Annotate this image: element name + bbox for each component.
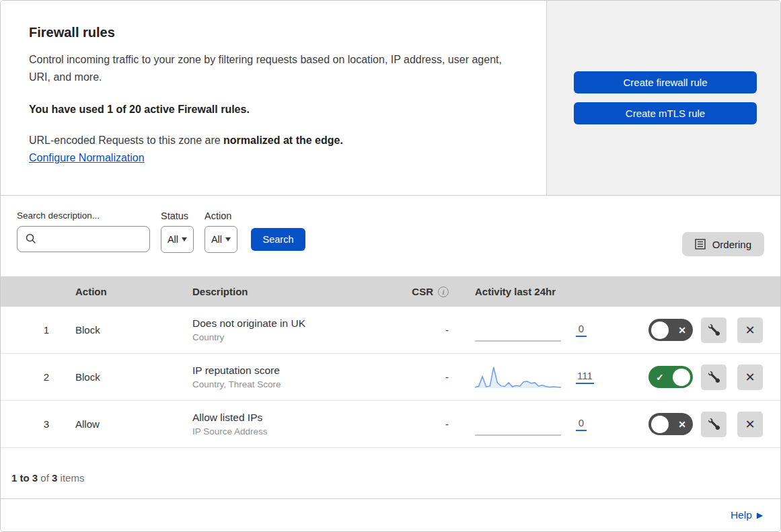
rule-action: Block <box>65 371 192 383</box>
rule-description-cell: Does not originate in UK Country <box>192 317 404 342</box>
rule-fields: Country <box>192 332 404 342</box>
rule-priority: 2 <box>1 371 65 383</box>
rule-activity-cell: 111 <box>451 364 613 391</box>
items-label: items <box>57 472 84 484</box>
toggle-knob <box>651 321 669 339</box>
close-icon: ✕ <box>745 417 755 432</box>
ordering-button[interactable]: Ordering <box>682 232 764 256</box>
chevron-down-icon <box>182 237 187 241</box>
status-select[interactable]: All <box>161 226 194 253</box>
csr-header-label: CSR <box>412 286 433 297</box>
action-select-value: All <box>211 234 222 245</box>
table-row: 1 Block Does not originate in UK Country… <box>1 307 780 354</box>
activity-count-link[interactable]: 111 <box>576 370 594 384</box>
ordering-button-label: Ordering <box>712 239 751 250</box>
csr-column-header: CSR i <box>404 286 451 297</box>
page-title: Firewall rules <box>29 25 518 40</box>
rule-activity-cell: 0 <box>451 317 613 344</box>
create-firewall-rule-button[interactable]: Create firewall rule <box>574 71 757 93</box>
rule-action: Allow <box>65 418 192 430</box>
x-icon: ✕ <box>678 325 686 336</box>
wrench-icon <box>708 418 720 430</box>
close-icon: ✕ <box>745 323 755 338</box>
firewall-rules-table: Action Description CSR i Activity last 2… <box>1 276 780 448</box>
action-filter-group: Action All <box>204 211 237 253</box>
rule-fields: IP Source Address <box>192 426 404 436</box>
close-icon: ✕ <box>745 370 755 385</box>
normalization-bold-text: normalized at the edge. <box>223 135 343 146</box>
edit-rule-button[interactable] <box>701 412 727 437</box>
firewall-rules-page: Firewall rules Control incoming traffic … <box>0 0 781 532</box>
items-range: 1 to 3 <box>11 472 38 484</box>
status-filter-group: Status All <box>161 211 194 253</box>
rule-priority: 1 <box>1 324 65 336</box>
search-button[interactable]: Search <box>251 228 305 251</box>
toggle-knob <box>673 369 690 386</box>
rule-description-cell: Allow listed IPs IP Source Address <box>192 412 404 436</box>
arrow-right-icon: ▶ <box>757 510 763 520</box>
search-input[interactable] <box>17 226 150 252</box>
rule-controls: ✓ ✕ ✕ <box>613 412 780 437</box>
search-icon <box>26 233 36 244</box>
activity-sparkline <box>475 411 561 438</box>
pagination-summary: 1 to 3 of 3 items <box>1 448 780 499</box>
rule-activity-cell: 0 <box>451 411 613 438</box>
normalization-text: URL-encoded Requests to this zone are <box>29 135 223 146</box>
actions-panel: Create firewall rule Create mTLS rule <box>547 1 781 196</box>
filter-bar: Search description... Status All Action … <box>1 196 780 276</box>
wrench-icon <box>708 371 720 383</box>
top-section: Firewall rules Control incoming traffic … <box>1 1 780 196</box>
rule-description: Allow listed IPs <box>192 412 404 424</box>
activity-count-link[interactable]: 0 <box>576 417 587 431</box>
configure-normalization-link[interactable]: Configure Normalization <box>29 152 145 164</box>
check-icon: ✓ <box>656 372 664 383</box>
edit-rule-button[interactable] <box>701 365 727 390</box>
rule-enabled-toggle[interactable]: ✓ ✕ <box>648 319 693 341</box>
table-row: 2 Block IP reputation score Country, Thr… <box>1 354 780 401</box>
help-link-label: Help <box>731 509 752 521</box>
status-select-value: All <box>168 234 178 245</box>
rule-action: Block <box>65 324 192 336</box>
action-label: Action <box>204 211 237 221</box>
rule-csr: - <box>404 418 451 430</box>
toggle-knob <box>651 416 669 433</box>
delete-rule-button[interactable]: ✕ <box>737 412 763 437</box>
rule-controls: ✓ ✕ ✕ <box>613 365 780 390</box>
rule-controls: ✓ ✕ ✕ <box>613 317 780 343</box>
ordering-list-icon <box>695 239 706 250</box>
rule-enabled-toggle[interactable]: ✓ ✕ <box>648 366 693 388</box>
rule-csr: - <box>404 324 451 336</box>
activity-sparkline <box>475 364 561 391</box>
help-bar: Help ▶ <box>1 499 780 531</box>
page-description: Control incoming traffic to your zone by… <box>29 51 518 86</box>
activity-count-link[interactable]: 0 <box>576 323 587 337</box>
intro-card: Firewall rules Control incoming traffic … <box>1 1 547 196</box>
info-icon[interactable]: i <box>438 287 449 297</box>
x-icon: ✕ <box>678 419 686 430</box>
wrench-icon <box>708 324 720 336</box>
help-link[interactable]: Help ▶ <box>731 509 763 521</box>
rule-description: IP reputation score <box>192 365 404 377</box>
search-group: Search description... <box>17 211 150 252</box>
chevron-down-icon <box>225 237 231 241</box>
action-column-header: Action <box>65 286 192 297</box>
rule-description: Does not originate in UK <box>192 317 404 330</box>
delete-rule-button[interactable]: ✕ <box>737 317 763 343</box>
activity-column-header: Activity last 24hr <box>451 286 613 297</box>
edit-rule-button[interactable] <box>701 317 727 343</box>
normalization-notice: URL-encoded Requests to this zone are no… <box>29 135 518 147</box>
activity-sparkline <box>475 317 561 344</box>
action-select[interactable]: All <box>204 226 237 253</box>
table-row: 3 Allow Allow listed IPs IP Source Addre… <box>1 401 780 448</box>
rule-fields: Country, Threat Score <box>192 379 404 389</box>
rule-description-cell: IP reputation score Country, Threat Scor… <box>192 365 404 389</box>
rule-csr: - <box>404 371 451 383</box>
rule-enabled-toggle[interactable]: ✓ ✕ <box>648 413 693 435</box>
usage-notice: You have used 1 of 20 active Firewall ru… <box>29 104 518 116</box>
search-label: Search description... <box>17 211 150 221</box>
status-label: Status <box>161 211 194 221</box>
delete-rule-button[interactable]: ✕ <box>737 365 763 390</box>
rule-priority: 3 <box>1 418 65 430</box>
description-column-header: Description <box>192 286 404 297</box>
create-mtls-rule-button[interactable]: Create mTLS rule <box>574 102 757 124</box>
